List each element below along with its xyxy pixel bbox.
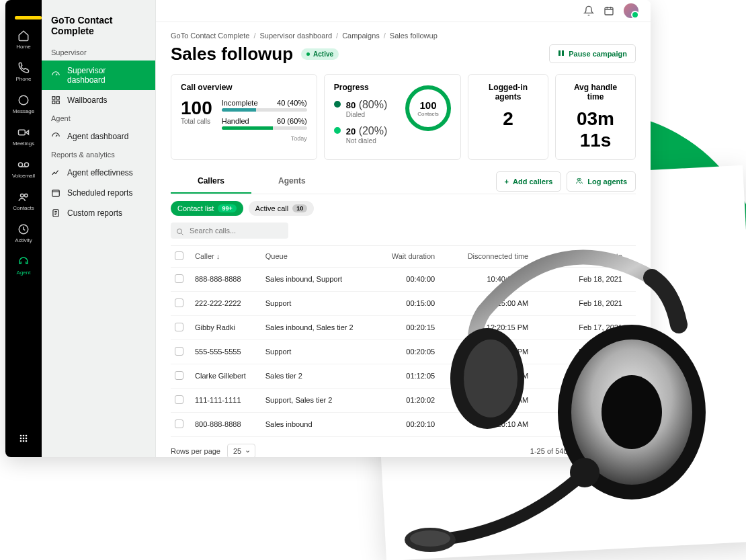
calendar-icon — [51, 188, 60, 198]
bell-icon[interactable] — [583, 5, 594, 16]
sidebar-item-wallboards[interactable]: Wallboards — [42, 90, 155, 110]
card-progress: Progress 80 (80%)Dialed 20 (20%)Not dial… — [324, 74, 461, 160]
sidebar-item-label: Supervisor dashboard — [67, 66, 146, 85]
gauge-icon — [51, 71, 60, 80]
svg-point-11 — [23, 438, 25, 440]
message-icon — [17, 94, 30, 106]
search-input-wrap — [171, 223, 288, 239]
chart-icon — [51, 168, 60, 177]
checkbox[interactable] — [175, 419, 183, 428]
page-title: Sales followup — [171, 44, 293, 65]
sidebar-item-custom-reports[interactable]: Custom reports — [42, 203, 155, 223]
svg-rect-16 — [52, 97, 55, 99]
breadcrumb-item[interactable]: GoTo Contact Complete — [171, 32, 249, 40]
sidebar: GoTo Contact Complete SupervisorSupervis… — [42, 0, 156, 457]
rail-item-message[interactable]: Message — [13, 94, 34, 114]
nav-rail: HomePhoneMessageMeetingsVoicemailContact… — [5, 0, 42, 457]
video-icon — [17, 126, 30, 138]
svg-point-0 — [19, 95, 28, 105]
svg-point-2 — [19, 163, 23, 167]
svg-point-26 — [177, 229, 182, 233]
col-caller[interactable]: Caller ↓ — [191, 245, 261, 267]
apps-button[interactable] — [18, 433, 29, 444]
cell-queue: Support — [261, 291, 376, 315]
checkbox-all[interactable] — [175, 251, 183, 260]
checkbox[interactable] — [175, 274, 183, 283]
rail-item-phone[interactable]: Phone — [15, 62, 31, 82]
svg-point-13 — [20, 440, 22, 442]
tab-agents[interactable]: Agents — [251, 169, 333, 194]
pause-icon — [558, 50, 565, 58]
cell-caller: 222-222-2222 — [191, 291, 261, 315]
dialed-value: 80 — [346, 100, 356, 110]
col-queue[interactable]: Queue — [261, 245, 376, 267]
pill-contact-list[interactable]: Contact list99+ — [171, 201, 243, 216]
incomplete-value: 40 (40%) — [277, 99, 307, 107]
svg-point-7 — [20, 435, 22, 437]
breadcrumb: GoTo Contact Complete/Supervisor dashboa… — [171, 32, 636, 40]
goto-logo: GoTo — [15, 5, 42, 19]
svg-rect-17 — [56, 97, 59, 99]
sidebar-item-label: Scheduled reports — [67, 188, 132, 198]
sidebar-item-agent-dashboard[interactable]: Agent dashboard — [42, 126, 155, 147]
sidebar-item-label: Agent dashboard — [67, 132, 128, 141]
sidebar-item-label: Custom reports — [67, 208, 122, 218]
card-title: Call overview — [181, 83, 307, 92]
svg-point-15 — [26, 440, 28, 442]
incomplete-label: Incomplete — [222, 99, 258, 107]
rail-item-meetings[interactable]: Meetings — [13, 126, 34, 147]
svg-point-14 — [23, 440, 25, 442]
sidebar-item-agent-effectivness[interactable]: Agent effectivness — [42, 163, 155, 183]
card-avg-handle-time: Avg handle time 03m 11s — [555, 74, 636, 160]
calendar-icon[interactable] — [604, 5, 614, 16]
sort-icon: ↓ — [216, 252, 220, 260]
tab-callers[interactable]: Callers — [171, 169, 251, 194]
today-label: Today — [222, 135, 307, 142]
checkbox[interactable] — [175, 323, 183, 331]
pause-campaign-button[interactable]: Pause campaign — [549, 44, 636, 63]
rows-per-page-select[interactable]: 25 — [227, 444, 255, 457]
card-title: Logged-in agents — [478, 83, 538, 102]
total-calls-label: Total calls — [181, 118, 212, 125]
rail-item-home[interactable]: Home — [16, 30, 30, 50]
voicemail-icon — [17, 159, 30, 171]
sidebar-item-supervisor-dashboard[interactable]: Supervisor dashboard — [42, 61, 155, 90]
add-callers-button[interactable]: +Add callers — [496, 171, 562, 192]
headset-image — [383, 237, 733, 560]
cell-queue: Support, Sales tier 2 — [261, 388, 376, 412]
sidebar-item-label: Wallboards — [67, 95, 108, 105]
search-input[interactable] — [171, 223, 288, 239]
rail-item-voicemail[interactable]: Voicemail — [12, 159, 35, 179]
svg-rect-20 — [52, 190, 60, 196]
cell-queue: Sales inbound — [261, 412, 376, 436]
checkbox[interactable] — [175, 347, 183, 356]
rail-item-contacts[interactable]: Contacts — [13, 191, 34, 211]
handled-label: Handled — [222, 117, 249, 125]
cell-queue: Sales tier 2 — [261, 364, 376, 388]
grid-icon — [51, 95, 60, 105]
avatar[interactable] — [624, 3, 638, 18]
card-title: Avg handle time — [565, 83, 626, 102]
sidebar-group-label: Agent — [42, 110, 155, 126]
cell-caller: 111-111-1111 — [191, 388, 261, 412]
sidebar-group-label: Reports & analytics — [42, 147, 155, 163]
svg-point-28 — [464, 339, 517, 417]
pill-active-call[interactable]: Active call10 — [249, 201, 315, 216]
breadcrumb-item[interactable]: Supervisor dashboard — [259, 32, 332, 40]
cell-queue: Sales inbound, Support — [261, 267, 376, 291]
log-agents-button[interactable]: Log agents — [567, 171, 636, 192]
aht-value: 03m 11s — [565, 108, 626, 151]
doc-icon — [51, 208, 60, 218]
rail-item-agent[interactable]: Agent — [17, 255, 31, 276]
card-logged-agents: Logged-in agents 2 — [468, 74, 548, 160]
checkbox[interactable] — [175, 371, 183, 380]
svg-point-8 — [23, 435, 25, 437]
sidebar-item-scheduled-reports[interactable]: Scheduled reports — [42, 183, 155, 203]
breadcrumb-item[interactable]: Campaigns — [342, 32, 380, 40]
svg-rect-18 — [52, 101, 55, 104]
checkbox[interactable] — [175, 395, 183, 404]
checkbox[interactable] — [175, 298, 183, 307]
progress-ring: 100 Contacts — [405, 85, 451, 131]
rail-item-activity[interactable]: Activity — [15, 223, 32, 243]
svg-rect-19 — [56, 101, 59, 104]
